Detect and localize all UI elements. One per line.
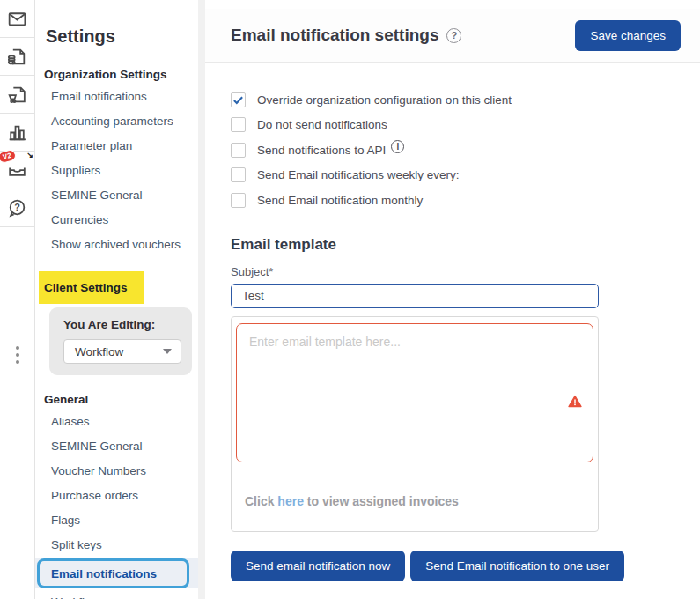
save-changes-button[interactable]: Save changes xyxy=(575,20,681,51)
weekly-notifications-checkbox[interactable] xyxy=(231,167,246,182)
checkbox-row-do-not-send: Do not send notifications xyxy=(231,113,700,138)
checkbox-label: Send Email notification monthly xyxy=(257,194,423,207)
sidebar-item-show-archived-vouchers[interactable]: Show archived vouchers xyxy=(44,233,198,257)
checkbox-row-weekly: Send Email notifications weekly every: xyxy=(231,163,700,189)
send-one-user-button[interactable]: Send Email notification to one user xyxy=(410,551,624,581)
sidebar-item-email-notifications-selected[interactable]: Email notifications xyxy=(35,558,198,588)
you-are-editing-box: You Are Editing: Workflow xyxy=(49,307,192,375)
sidebar-item-aliases[interactable]: Aliases xyxy=(44,410,198,434)
action-buttons: Send email notification now Send Email n… xyxy=(231,551,700,581)
checkbox-row-send-api: Send notifications to API i xyxy=(231,137,700,163)
assigned-invoices-link[interactable]: here xyxy=(277,494,304,508)
sidebar-item-org-semine-general[interactable]: SEMINE General xyxy=(44,183,198,208)
sidebar-title: Settings xyxy=(46,26,198,47)
send-to-api-checkbox[interactable] xyxy=(231,143,246,158)
checkbox-row-override: Override organization configuration on t… xyxy=(231,87,700,113)
sidebar-item-semine-general[interactable]: SEMINE General xyxy=(44,434,198,459)
client-settings-header-highlighted: Client Settings xyxy=(39,271,144,304)
override-config-checkbox[interactable] xyxy=(231,92,246,107)
general-section-header: General xyxy=(44,393,198,406)
icon-rail: V2 ↘ ? xyxy=(0,0,35,599)
sidebar-item-flags[interactable]: Flags xyxy=(44,508,198,533)
notification-options: Override organization configuration on t… xyxy=(231,87,700,213)
help-icon[interactable]: ? xyxy=(0,189,34,227)
editing-target-value: Workflow xyxy=(75,345,123,359)
reports-icon[interactable] xyxy=(0,114,34,152)
checkbox-label: Override organization configuration on t… xyxy=(257,93,512,107)
assigned-invoices-line: Click here to view assigned invoices xyxy=(245,494,593,531)
checkbox-label: Send Email notifications weekly every: xyxy=(257,168,460,181)
settings-sidebar: Settings Organization Settings Email not… xyxy=(35,0,198,599)
mail-icon[interactable] xyxy=(0,0,34,38)
api-info-icon[interactable]: i xyxy=(391,140,404,153)
page-title: Email notification settings xyxy=(231,26,438,45)
panel-divider xyxy=(198,0,205,599)
sidebar-item-voucher-numbers[interactable]: Voucher Numbers xyxy=(44,459,198,484)
svg-text:?: ? xyxy=(14,202,20,212)
sidebar-item-workflows[interactable]: Workflows xyxy=(44,590,198,599)
sidebar-item-currencies[interactable]: Currencies xyxy=(44,208,198,233)
drag-handle[interactable] xyxy=(0,346,34,364)
selected-item-label: Email notifications xyxy=(44,567,157,581)
send-now-button[interactable]: Send email notification now xyxy=(231,551,405,581)
email-template-textarea[interactable] xyxy=(236,323,593,462)
checkbox-label: Do not send notifications xyxy=(257,118,387,131)
sidebar-item-suppliers[interactable]: Suppliers xyxy=(44,159,198,183)
ledger-icon[interactable] xyxy=(0,38,34,76)
editing-label: You Are Editing: xyxy=(63,318,181,331)
main-panel: Email notification settings ? Save chang… xyxy=(205,0,700,599)
do-not-send-checkbox[interactable] xyxy=(231,117,246,132)
validation-warning-icon xyxy=(568,395,582,411)
email-template-heading: Email template xyxy=(231,236,700,254)
app-window: V2 ↘ ? Settings Organization Settings Em… xyxy=(0,0,700,599)
sidebar-item-purchase-orders[interactable]: Purchase orders xyxy=(44,484,198,508)
template-container: Click here to view assigned invoices xyxy=(231,316,599,532)
org-settings-header: Organization Settings xyxy=(44,68,198,81)
download-arrow-icon: ↘ xyxy=(26,151,33,159)
sidebar-item-parameter-plan[interactable]: Parameter plan xyxy=(44,134,198,159)
purchases-icon[interactable] xyxy=(0,76,34,114)
assigned-prefix: Click xyxy=(245,494,274,508)
assigned-suffix: to view assigned invoices xyxy=(307,494,459,508)
checkbox-label: Send notifications to API xyxy=(257,144,386,157)
inbox-icon[interactable]: V2 ↘ xyxy=(0,152,34,189)
sidebar-item-org-email-notifications[interactable]: Email notifications xyxy=(44,85,198,109)
monthly-notification-checkbox[interactable] xyxy=(231,193,246,208)
editing-target-dropdown[interactable]: Workflow xyxy=(63,339,181,364)
chevron-down-icon xyxy=(163,349,172,354)
subject-input[interactable] xyxy=(231,284,599,308)
subject-label: Subject* xyxy=(231,265,700,278)
checkbox-row-monthly: Send Email notification monthly xyxy=(231,188,700,213)
sidebar-item-split-keys[interactable]: Split keys xyxy=(44,533,198,558)
sidebar-item-accounting-parameters[interactable]: Accounting parameters xyxy=(44,109,198,134)
title-help-icon[interactable]: ? xyxy=(446,28,461,43)
page-header: Email notification settings ? Save chang… xyxy=(205,9,700,63)
